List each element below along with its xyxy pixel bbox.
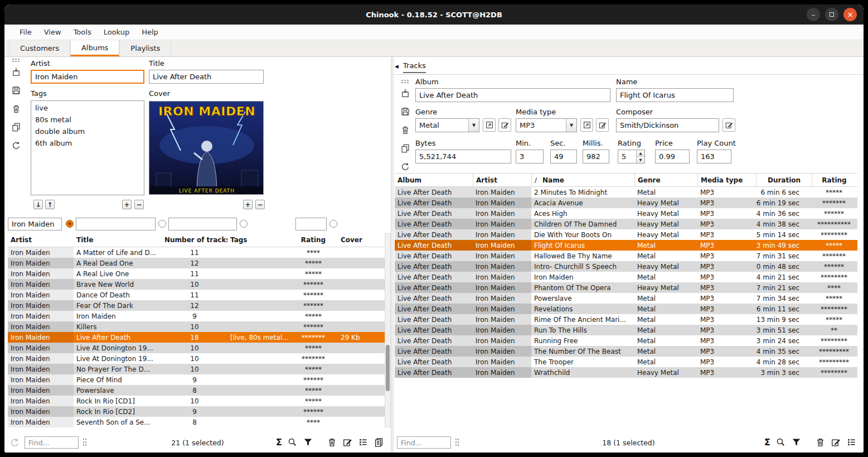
- sum-icon[interactable]: Σ: [764, 438, 770, 447]
- cover-add-button[interactable]: +: [243, 200, 253, 209]
- toolbar-grip[interactable]: [401, 79, 410, 83]
- column-header[interactable]: Number of tracks: [162, 233, 227, 247]
- sec-field[interactable]: [550, 150, 577, 163]
- tab-customers[interactable]: Customers: [9, 40, 70, 56]
- media-type-combobox[interactable]: MP3 ▼: [516, 118, 577, 132]
- table-row[interactable]: Iron MaidenLive At Donington 19...10****…: [8, 353, 385, 364]
- artist-field[interactable]: [31, 70, 144, 84]
- resize-grip[interactable]: [83, 438, 86, 447]
- table-row[interactable]: Live After DeathIron MaidenIron MaidenMe…: [395, 272, 857, 282]
- genre-combobox[interactable]: Metal ▼: [415, 118, 479, 132]
- table-row[interactable]: Iron MaidenFear Of The Dark12******: [8, 300, 385, 311]
- table-row[interactable]: Live After DeathIron MaidenRevelationsMe…: [395, 304, 857, 314]
- table-row[interactable]: Live After DeathIron MaidenChildren Of T…: [395, 219, 857, 229]
- filter-title-radio[interactable]: [158, 220, 166, 228]
- table-row[interactable]: Live After DeathIron MaidenHallowed Be T…: [395, 251, 857, 261]
- title-field[interactable]: [149, 70, 264, 84]
- cover-remove-button[interactable]: −: [255, 200, 265, 209]
- menu-view[interactable]: View: [38, 25, 67, 40]
- duplicate-row-icon[interactable]: [11, 122, 21, 132]
- table-row[interactable]: Iron MaidenPowerslave8*****: [8, 385, 385, 396]
- table-row[interactable]: Iron MaidenRock In Rio [CD1]10*****: [8, 396, 385, 406]
- duplicate-row-icon[interactable]: [400, 143, 410, 153]
- delete-icon[interactable]: [327, 437, 337, 448]
- toolbar-grip[interactable]: [12, 58, 21, 62]
- table-row[interactable]: Iron MaidenRock In Rio [CD2]9******: [8, 406, 385, 417]
- maximize-button[interactable]: [825, 8, 838, 21]
- media-type-edit-button[interactable]: [596, 118, 609, 132]
- menu-lookup[interactable]: Lookup: [98, 25, 136, 40]
- insert-row-icon[interactable]: [11, 67, 21, 77]
- refresh-icon[interactable]: [11, 141, 21, 151]
- tag-move-down-button[interactable]: ↓: [33, 200, 43, 209]
- resize-grip[interactable]: [455, 438, 459, 447]
- table-row[interactable]: Live After DeathIron MaidenThe TrooperMe…: [395, 357, 857, 367]
- tag-move-up-button[interactable]: ↑: [45, 200, 55, 209]
- bytes-field[interactable]: [415, 150, 511, 163]
- genre-pick-button[interactable]: [483, 118, 496, 132]
- play-count-field[interactable]: [697, 150, 731, 163]
- find-input[interactable]: [397, 436, 451, 449]
- name-field[interactable]: [616, 88, 734, 102]
- filter-tracks-input[interactable]: [168, 218, 237, 230]
- refresh-icon[interactable]: [400, 162, 410, 172]
- column-header[interactable]: Album: [395, 174, 473, 186]
- tab-playlists[interactable]: Playlists: [119, 40, 171, 56]
- tag-remove-button[interactable]: −: [134, 200, 144, 209]
- table-row[interactable]: Iron MaidenA Matter of Life and D...11**…: [8, 247, 385, 258]
- tag-item[interactable]: 80s metal: [31, 114, 144, 126]
- search-icon[interactable]: [287, 437, 298, 448]
- column-header[interactable]: Cover: [338, 233, 385, 247]
- table-row[interactable]: Live After DeathIron MaidenRime Of The A…: [395, 314, 857, 325]
- find-input[interactable]: [25, 436, 79, 449]
- filter-tracks-radio[interactable]: [240, 220, 248, 228]
- close-button[interactable]: ×: [843, 8, 857, 21]
- collapse-left-icon[interactable]: ◀: [395, 64, 399, 69]
- menu-help[interactable]: Help: [135, 25, 164, 40]
- table-row[interactable]: Iron MaidenNo Prayer For The D...10*****: [8, 364, 385, 374]
- table-row[interactable]: Iron MaidenPiece Of Mind9******: [8, 374, 385, 385]
- table-row[interactable]: Iron MaidenLive At Donington 19...10****…: [8, 343, 385, 353]
- spin-up-icon[interactable]: ▲: [637, 150, 644, 157]
- save-icon[interactable]: [400, 107, 410, 117]
- table-row[interactable]: Live After DeathIron MaidenDie With Your…: [395, 229, 857, 240]
- save-icon[interactable]: [11, 85, 21, 95]
- genre-edit-button[interactable]: [498, 118, 511, 132]
- table-row[interactable]: Iron MaidenLive After Death18[live, 80s …: [8, 332, 385, 343]
- table-row[interactable]: Iron MaidenIron Maiden9*****: [8, 311, 385, 321]
- tags-list[interactable]: live80s metaldouble album6th album: [31, 100, 144, 195]
- table-row[interactable]: Live After DeathIron MaidenFlight Of Ica…: [395, 240, 857, 251]
- pages-icon[interactable]: [374, 437, 384, 448]
- spin-down-icon[interactable]: ▼: [637, 157, 644, 163]
- table-row[interactable]: Iron MaidenA Real Live One11*****: [8, 268, 385, 279]
- columns-icon[interactable]: [846, 437, 857, 448]
- tag-add-button[interactable]: +: [122, 200, 132, 209]
- filter-icon[interactable]: [303, 437, 313, 448]
- column-header[interactable]: ∕Name: [531, 174, 634, 186]
- filter-artist-input[interactable]: [8, 218, 62, 230]
- min-field[interactable]: [516, 150, 544, 163]
- delete-icon[interactable]: [815, 437, 826, 448]
- reload-icon[interactable]: [9, 437, 20, 448]
- tracks-tab[interactable]: Tracks: [403, 61, 426, 73]
- composer-field[interactable]: [616, 118, 719, 132]
- table-row[interactable]: Live After DeathIron MaidenPowerslaveMet…: [395, 293, 857, 304]
- table-row[interactable]: Iron MaidenKillers10******: [8, 321, 385, 332]
- columns-icon[interactable]: [358, 437, 368, 448]
- table-row[interactable]: Iron MaidenSeventh Son of a Se...8****: [8, 417, 385, 427]
- column-header[interactable]: Artist: [473, 174, 531, 186]
- edit-icon[interactable]: [831, 437, 841, 448]
- table-row[interactable]: Live After DeathIron MaidenPhantom Of Th…: [395, 282, 857, 293]
- table-row[interactable]: Live After DeathIron MaidenWrathchildHea…: [395, 367, 857, 378]
- edit-icon[interactable]: [342, 437, 353, 448]
- millis-field[interactable]: [583, 150, 609, 163]
- filter-artist-radio[interactable]: [66, 220, 74, 228]
- scrollbar-thumb[interactable]: [386, 345, 390, 391]
- minimize-button[interactable]: –: [807, 8, 820, 21]
- menu-file[interactable]: File: [13, 25, 38, 40]
- table-row[interactable]: Live After DeathIron MaidenIntro- Church…: [395, 261, 857, 272]
- column-header[interactable]: Duration: [756, 174, 812, 186]
- table-row[interactable]: Iron MaidenA Real Dead One12*****: [8, 258, 385, 268]
- menu-tools[interactable]: Tools: [67, 25, 98, 40]
- column-header[interactable]: Tags: [227, 233, 289, 247]
